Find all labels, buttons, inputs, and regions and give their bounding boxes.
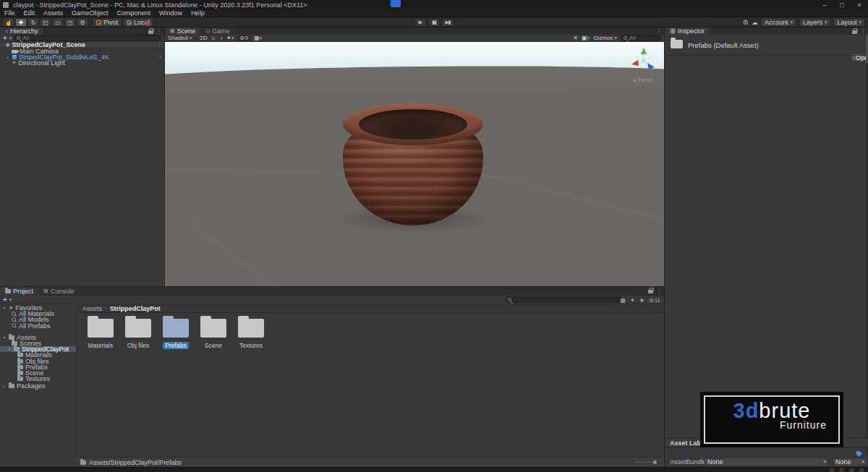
scene-audio-toggle[interactable]: ♪ [220,35,223,41]
chevron-down-icon: ▾ [825,20,827,25]
assetbundle-select[interactable]: None▾ [705,458,829,466]
step-button[interactable]: ▶▮ [442,18,454,27]
scene-lighting-toggle[interactable]: ☼ [211,35,216,41]
kebab-menu-icon[interactable]: ⋮ [156,28,162,35]
close-button[interactable]: × [851,0,868,10]
expand-arrow-icon[interactable]: ▼ [2,305,7,311]
folder-tile-prefabs-selected[interactable]: Prefabs [159,319,192,349]
scene-search-input[interactable] [629,35,658,40]
minimize-button[interactable]: – [816,0,833,10]
status-icon-4[interactable]: ◫ [859,468,864,472]
label-tag-icon[interactable] [856,451,862,457]
tab-scene[interactable]: ▦Scene [165,27,200,35]
grid-visibility-dropdown[interactable]: ▦▾ [254,35,262,41]
kebab-menu-icon[interactable]: ⋮ [860,28,866,35]
chevron-down-icon[interactable]: ▾ [9,35,12,41]
tab-hierarchy[interactable]: ≡Hierarchy [0,27,43,35]
hierarchy-search-input[interactable] [22,35,158,40]
tree-label: Textures [25,376,50,382]
create-button[interactable]: + [3,297,7,303]
menu-assets[interactable]: Assets [39,10,67,17]
status-icon-2[interactable]: ◫ [840,468,844,472]
kebab-menu-icon[interactable]: ⋮ [156,42,164,48]
folder-tile-scene[interactable]: Scene [197,319,230,349]
tree-item-textures[interactable]: Textures [0,376,76,382]
hidden-packages-toggle[interactable]: ⊘11 [649,297,660,304]
kebab-menu-icon[interactable]: ⋮ [656,28,662,35]
services-icon[interactable]: ⚙ [743,19,749,26]
breadcrumb-current[interactable]: StrippedClayPot [110,305,161,312]
scene-fx-dropdown[interactable]: ✦▾ [226,35,234,41]
maximize-button[interactable]: □ [833,0,851,10]
expand-arrow-icon[interactable]: ▼ [7,346,12,352]
tab-inspector[interactable]: iInspector [665,27,710,35]
menu-component[interactable]: Component [113,10,156,17]
lock-icon[interactable] [648,290,653,293]
rect-tool-button[interactable]: ▭ [52,18,64,27]
transform-tool-button[interactable]: ◳ [64,18,76,27]
folder-tile-textures[interactable]: Textures [234,319,268,349]
layers-dropdown[interactable]: Layers▾ [799,18,831,27]
menu-file[interactable]: File [0,10,20,17]
prefab-open-chevron-icon[interactable]: › [159,54,164,60]
menu-edit[interactable]: Edit [20,10,40,17]
perspective-label[interactable]: ◄ Persp [621,77,664,83]
tab-project[interactable]: Project [0,287,38,296]
prefab-cube-icon [12,55,17,59]
thumbnail-zoom-slider[interactable] [635,462,655,463]
pan-tool-button[interactable]: ☝ [3,18,14,27]
expand-arrow-icon[interactable]: ▸ [2,383,7,389]
orientation-gizmo[interactable] [626,45,661,77]
move-tool-button[interactable]: ✚ [15,18,27,27]
cloud-icon[interactable]: ☁ [752,19,758,26]
selection-path: Assets/StrippedClayPot/Prefabs [89,459,182,466]
rotate-tool-button[interactable]: ↻ [27,18,39,27]
folder-icon [9,335,14,340]
account-dropdown[interactable]: Account▾ [761,18,796,27]
tab-console[interactable]: ▤Console [38,287,80,296]
play-button[interactable]: ▶ [414,18,427,27]
status-icon-1[interactable]: ◫ [830,468,834,472]
favorites-star-icon[interactable]: ★ [639,297,644,304]
expand-arrow-icon[interactable]: ▼ [2,335,7,340]
layout-dropdown[interactable]: Layout▾ [833,18,865,27]
project-search-input[interactable] [514,297,619,302]
tree-item-packages[interactable]: ▸Packages [0,383,76,389]
kebab-menu-icon[interactable]: ⋮ [656,288,662,294]
2d-toggle[interactable]: 2D [200,35,207,41]
scale-tool-button[interactable]: ◰ [40,18,51,27]
chevron-down-icon: ▾ [790,20,793,25]
scene-viewport[interactable]: ◄ Persp [165,42,664,286]
pause-button[interactable]: ▮▮ [428,18,441,27]
folder-tile-obj-files[interactable]: Obj files [122,319,155,349]
search-by-label-icon[interactable]: ✦ [630,297,635,304]
gizmos-dropdown[interactable]: Gizmos ▾ [593,35,617,41]
scene-camera-dropdown[interactable]: ▣▾ [582,35,590,41]
status-icon-3[interactable]: ◫ [850,468,854,472]
tree-item-all-prefabs[interactable]: All Prefabs [0,323,76,329]
menu-help[interactable]: Help [187,10,209,17]
create-button[interactable]: + [3,35,7,41]
lock-icon[interactable] [148,30,153,34]
menu-gameobject[interactable]: GameObject [67,10,113,17]
folder-tile-materials[interactable]: Materials [84,319,117,349]
breadcrumb-assets[interactable]: Assets [82,305,102,312]
hierarchy-item-directional-light[interactable]: ☀ Directional Light [0,60,164,66]
grid-snap-icon[interactable]: ▦ [145,20,151,27]
hidden-objects-toggle[interactable]: ⊘0 [237,35,250,41]
folder-icon [17,353,23,357]
hidden-count: 11 [655,297,660,304]
tab-game[interactable]: ◎Game [200,27,235,35]
menu-window[interactable]: Window [155,10,187,17]
search-by-type-icon[interactable]: ▦ [621,297,626,304]
chevron-down-icon[interactable]: ▾ [9,297,12,303]
slider-knob[interactable] [653,460,657,464]
scene-tools-icon[interactable]: ✕ [573,35,578,41]
assetbundle-variant-select[interactable]: None▾ [833,458,867,466]
custom-tool-button[interactable]: ⚙ [77,18,88,27]
expand-arrow-icon[interactable]: ▸ [6,54,10,60]
shading-mode-dropdown[interactable]: Shaded ▾ [168,35,192,41]
pivot-toggle[interactable]: Pivot [93,18,122,27]
lock-icon[interactable] [852,30,857,34]
chevron-down-icon: ▾ [260,35,263,40]
